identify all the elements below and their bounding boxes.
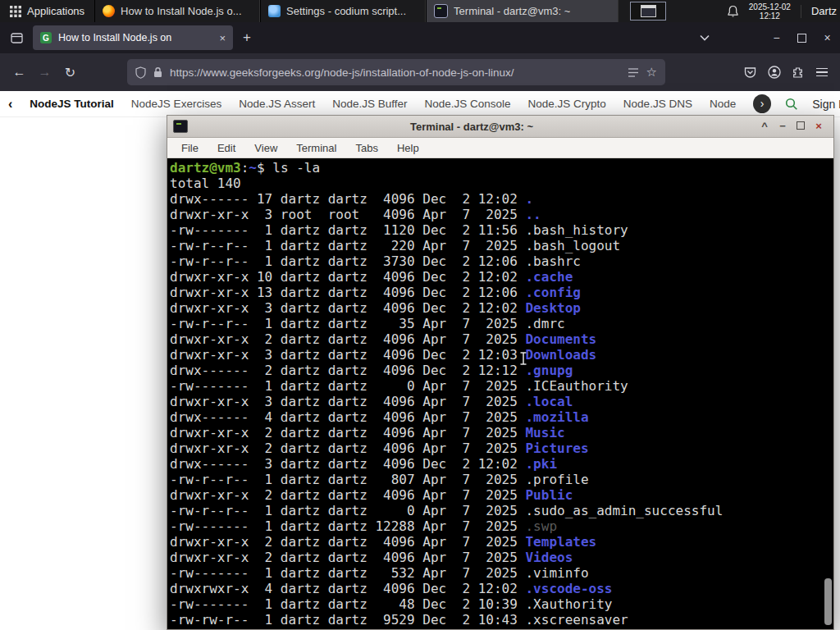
panel-tray: 2025-12-02 12:12 Dartz — [727, 0, 840, 22]
terminal-icon — [434, 4, 448, 18]
clock-date: 2025-12-02 — [749, 2, 791, 11]
terminal-line: -rw-rw-r-- 1 dartz dartz 9529 Dec 2 10:4… — [170, 612, 832, 628]
sign-in-button[interactable]: Sign In — [812, 98, 840, 111]
menu-button[interactable] — [810, 61, 833, 84]
maximize-icon[interactable] — [792, 116, 810, 136]
file-name: .config — [525, 285, 580, 300]
file-name: .Xauthority — [525, 596, 612, 612]
prompt-symbol: $ — [257, 160, 265, 176]
terminal-output[interactable]: dartz@vm3:~$ ls -la total 140 drwx------… — [167, 158, 833, 629]
window-maximize-button[interactable] — [789, 25, 815, 50]
site-nav-item[interactable]: Node.JS Console — [425, 98, 511, 110]
panel-clock[interactable]: 2025-12-02 12:12 — [749, 2, 791, 21]
shade-icon[interactable]: ^ — [756, 116, 774, 136]
terminal-line: -rw-r--r-- 1 dartz dartz 0 Apr 7 2025 .s… — [170, 503, 832, 518]
notifications-bell-icon[interactable] — [727, 5, 739, 18]
terminal-line: drwxr-xr-x 3 dartz dartz 4096 Dec 2 12:0… — [170, 347, 832, 363]
menu-view[interactable]: View — [254, 142, 277, 154]
reader-view-icon[interactable] — [628, 67, 639, 78]
taskbar-item-browser[interactable]: How to Install Node.js o... — [94, 0, 260, 22]
taskbar-item-codium[interactable]: Settings - codium script... — [260, 0, 426, 22]
extensions-puzzle-icon — [792, 66, 804, 79]
file-name: Downloads — [525, 347, 596, 363]
terminal-line: -rw-r--r-- 1 dartz dartz 35 Apr 7 2025 .… — [170, 316, 832, 331]
menu-file[interactable]: File — [181, 142, 199, 154]
menu-tabs[interactable]: Tabs — [355, 142, 377, 154]
terminal-scrollbar-thumb[interactable] — [824, 578, 832, 625]
menu-help[interactable]: Help — [397, 142, 419, 154]
window-close-button[interactable]: × — [815, 25, 840, 50]
file-name: Pictures — [525, 441, 588, 456]
search-icon[interactable] — [785, 98, 798, 111]
file-name: .. — [525, 207, 541, 222]
site-nav-scroll-right-button[interactable]: › — [753, 94, 771, 113]
workspace-switcher[interactable] — [630, 2, 666, 21]
tracking-shield-icon[interactable] — [135, 66, 146, 79]
taskbar-item-title: Terminal - dartz@vm3: ~ — [454, 5, 570, 17]
url-text[interactable]: https://www.geeksforgeeks.org/node-js/in… — [170, 66, 620, 79]
back-button[interactable]: ← — [7, 60, 32, 85]
terminal-titlebar[interactable]: Terminal - dartz@vm3: ~ ^ − × — [167, 116, 833, 138]
terminal-line: drwx------ 4 dartz dartz 4096 Apr 7 2025… — [170, 409, 832, 425]
refresh-button[interactable]: ↻ — [57, 60, 83, 85]
forward-button[interactable]: → — [32, 60, 57, 85]
account-button[interactable] — [762, 61, 786, 84]
lock-icon[interactable] — [153, 66, 162, 78]
file-name: Documents — [525, 331, 596, 347]
site-nav-back-icon[interactable]: ‹ — [8, 97, 12, 112]
close-icon[interactable]: × — [810, 116, 828, 136]
minimize-icon[interactable]: − — [774, 116, 792, 136]
site-nav-item[interactable]: NodeJS Exercises — [131, 98, 221, 110]
workspace-window-thumbnail — [641, 5, 656, 17]
site-nav-item[interactable]: Node.JS Buffer — [332, 98, 407, 110]
codium-icon — [268, 5, 281, 17]
site-nav-right: › Sign In — [753, 94, 840, 113]
terminal-line: -rw------- 1 dartz dartz 12288 Apr 7 202… — [170, 518, 832, 534]
panel-user-label[interactable]: Dartz — [811, 5, 837, 17]
terminal-line: drwxr-xr-x 3 dartz dartz 4096 Apr 7 2025… — [170, 394, 832, 409]
prompt-separator: : — [241, 160, 249, 176]
terminal-menubar: File Edit View Terminal Tabs Help — [167, 138, 833, 158]
site-nav-item-tutorial[interactable]: NodeJS Tutorial — [30, 98, 114, 110]
site-nav-item[interactable]: Node.JS DNS — [623, 98, 692, 110]
extensions-button[interactable] — [786, 61, 810, 84]
file-name: . — [525, 191, 533, 207]
tab-bar: G How to Install Node.js on × + − × — [0, 22, 840, 53]
file-name: .bash_logout — [525, 238, 620, 253]
window-minimize-button[interactable]: − — [764, 25, 789, 50]
prompt-command: ls -la — [265, 160, 320, 176]
file-name: .bash_history — [525, 222, 628, 238]
site-nav-item[interactable]: Node — [710, 98, 736, 110]
new-tab-button[interactable]: + — [235, 26, 258, 49]
menu-terminal[interactable]: Terminal — [296, 142, 336, 154]
file-name: Public — [525, 487, 573, 503]
menu-edit[interactable]: Edit — [217, 142, 235, 154]
bookmark-star-icon[interactable]: ☆ — [646, 65, 657, 80]
firefox-view-button[interactable] — [4, 26, 29, 49]
terminal-line: drwxr-xr-x 3 dartz dartz 4096 Dec 2 12:0… — [170, 300, 832, 316]
taskbar-item-terminal[interactable]: Terminal - dartz@vm3: ~ — [426, 0, 619, 22]
address-bar[interactable]: https://www.geeksforgeeks.org/node-js/in… — [127, 59, 665, 85]
file-name: .bashrc — [525, 253, 580, 269]
tab-title: How to Install Node.js on — [58, 32, 212, 43]
file-name: .gnupg — [525, 363, 573, 378]
applications-menu-button[interactable]: Applications — [0, 0, 94, 22]
file-name: .local — [525, 394, 573, 409]
terminal-line: drwx------ 3 dartz dartz 4096 Dec 2 12:0… — [170, 456, 832, 472]
list-all-tabs-button[interactable] — [693, 26, 716, 49]
terminal-window-icon — [173, 120, 188, 133]
terminal-line: drwx------ 2 dartz dartz 4096 Dec 2 12:1… — [170, 363, 832, 378]
pocket-button[interactable] — [738, 61, 762, 84]
geeksforgeeks-favicon: G — [40, 32, 52, 43]
pocket-icon — [744, 66, 756, 78]
site-category-nav: ‹ NodeJS Tutorial NodeJS Exercises Node.… — [0, 91, 840, 117]
terminal-title: Terminal - dartz@vm3: ~ — [188, 121, 756, 133]
terminal-line: -rw-r--r-- 1 dartz dartz 220 Apr 7 2025 … — [170, 238, 832, 253]
site-nav-item[interactable]: Node.JS Assert — [239, 98, 315, 110]
browser-tab[interactable]: G How to Install Node.js on × — [33, 25, 233, 50]
tab-close-icon[interactable]: × — [219, 32, 226, 44]
firefox-view-icon — [11, 32, 23, 44]
terminal-line: -rw------- 1 dartz dartz 0 Apr 7 2025 .I… — [170, 378, 832, 394]
terminal-line: drwxr-xr-x 2 dartz dartz 4096 Apr 7 2025… — [170, 534, 832, 550]
site-nav-item[interactable]: Node.JS Crypto — [528, 98, 606, 110]
